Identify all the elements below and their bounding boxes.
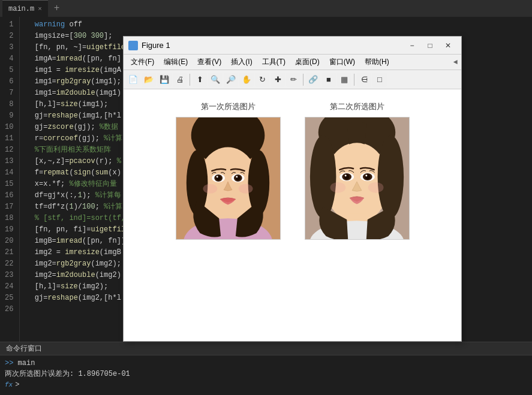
maximize-button[interactable]: □ <box>422 40 438 52</box>
menu-insert[interactable]: 插入(I) <box>227 56 256 68</box>
tab-bar: main.m × + <box>0 0 532 17</box>
command-arrow: > <box>15 379 19 390</box>
line-numbers: 1 2 3 4 5 6 7 8 9 10 11 12 13 14 15 16 1… <box>0 17 20 342</box>
new-figure-button[interactable]: 📄 <box>126 73 140 87</box>
face-image-2 <box>305 117 410 240</box>
zoom-out-button[interactable]: 🔎 <box>224 73 238 87</box>
data-cursor-button[interactable]: ✚ <box>270 73 285 87</box>
svg-point-14 <box>236 176 238 178</box>
plot-edit-button[interactable]: □ <box>372 73 387 87</box>
link-axes-button[interactable]: 🔗 <box>306 73 320 87</box>
figure-titlebar: Figure 1 − □ ✕ <box>124 37 461 55</box>
command-run-output: main <box>18 359 35 367</box>
pan-button[interactable]: ✋ <box>239 73 254 87</box>
figure-controls: − □ ✕ <box>404 40 456 52</box>
tab-label: main.m <box>8 5 34 13</box>
menu-help[interactable]: 帮助(H) <box>361 56 393 68</box>
face-image-1 <box>176 117 281 240</box>
menu-file[interactable]: 文件(F) <box>127 56 158 68</box>
menu-edit[interactable]: 编辑(E) <box>160 56 191 68</box>
command-run-line: >> main <box>5 358 527 369</box>
svg-point-22 <box>309 135 335 218</box>
print-button[interactable]: 🖨 <box>173 73 187 87</box>
figure-window-icon <box>128 41 138 50</box>
save-button[interactable]: 💾 <box>157 73 172 87</box>
editor-tab[interactable]: main.m × <box>2 0 48 17</box>
svg-point-16 <box>238 184 253 194</box>
command-result: 两次所选图片误差为: 1.896705e-01 <box>5 369 527 379</box>
svg-point-10 <box>216 176 218 178</box>
code-line: warning off <box>26 19 526 31</box>
command-window: 命令行窗口 >> main 两次所选图片误差为: 1.896705e-01 fx… <box>0 342 532 395</box>
menu-window[interactable]: 窗口(W) <box>326 56 359 68</box>
toolbar-separator-2 <box>303 74 303 86</box>
cmd-prompt: >> <box>5 359 13 367</box>
figure-title-area: Figure 1 <box>128 41 170 50</box>
command-content: >> main 两次所选图片误差为: 1.896705e-01 fx > <box>0 355 532 393</box>
minimize-button[interactable]: − <box>404 40 420 52</box>
close-button[interactable]: ✕ <box>440 40 456 52</box>
menu-collapse-icon: ◄ <box>453 58 458 67</box>
menu-view[interactable]: 查看(V) <box>194 56 225 68</box>
image-panel-1: 第一次所选图片 <box>176 101 281 240</box>
image1-label: 第一次所选图片 <box>201 101 256 112</box>
svg-point-27 <box>344 175 346 177</box>
svg-point-31 <box>365 175 367 177</box>
menu-desktop[interactable]: 桌面(D) <box>291 56 323 68</box>
command-window-title: 命令行窗口 <box>0 342 532 355</box>
brush-button[interactable]: ✏ <box>286 73 300 87</box>
fx-icon: fx <box>5 379 13 390</box>
new-tab-button[interactable]: + <box>50 3 64 14</box>
tab-close-icon[interactable]: × <box>38 5 42 13</box>
svg-point-30 <box>365 174 370 180</box>
figure-content: 第一次所选图片 <box>124 89 461 341</box>
subplot-button[interactable]: ⋳ <box>357 73 371 87</box>
face-svg-1 <box>176 117 280 239</box>
menu-tools[interactable]: 工具(T) <box>259 56 289 68</box>
svg-point-23 <box>377 135 403 218</box>
figure-toolbar: 📄 📂 💾 🖨 ⬆ 🔍 🔎 ✋ ↻ ✚ ✏ 🔗 ■ ▦ ⋳ □ <box>124 70 461 89</box>
insert-colorbar-button[interactable]: ▦ <box>337 73 351 87</box>
svg-point-15 <box>203 184 217 194</box>
image-panel-2: 第二次所选图片 <box>305 101 410 240</box>
figure-title-label: Figure 1 <box>142 41 170 50</box>
toolbar-separator-3 <box>354 74 354 86</box>
command-input-line[interactable]: fx > <box>5 379 527 390</box>
figure-window: Figure 1 − □ ✕ 文件(F) 编辑(E) 查看(V) 插入(I) 工… <box>123 36 462 342</box>
image2-label: 第二次所选图片 <box>330 101 384 112</box>
toolbar-separator-1 <box>190 74 190 86</box>
face-svg-2 <box>305 117 409 239</box>
svg-point-26 <box>344 174 349 180</box>
figure-menubar: 文件(F) 编辑(E) 查看(V) 插入(I) 工具(T) 桌面(D) 窗口(W… <box>124 55 461 70</box>
zoom-in-button[interactable]: 🔍 <box>208 73 223 87</box>
rotate-button[interactable]: ↻ <box>255 73 269 87</box>
select-button[interactable]: ⬆ <box>193 73 207 87</box>
svg-point-33 <box>368 182 383 193</box>
svg-point-32 <box>330 182 345 193</box>
open-button[interactable]: 📂 <box>142 73 156 87</box>
insert-legend-button[interactable]: ■ <box>321 73 336 87</box>
